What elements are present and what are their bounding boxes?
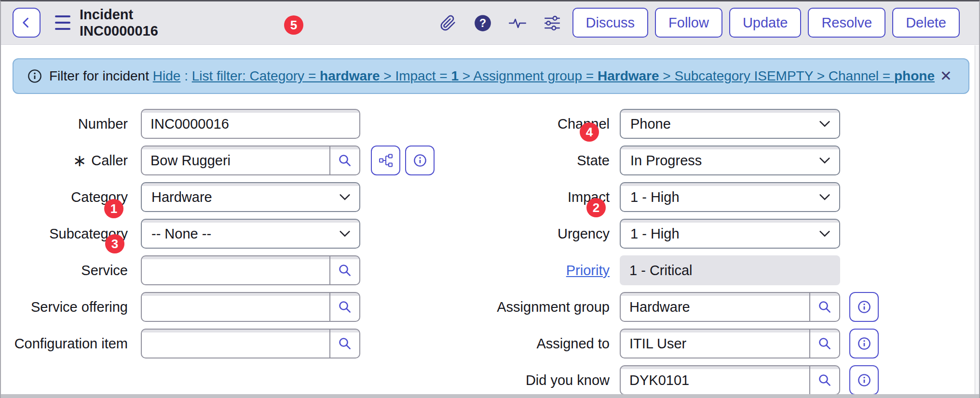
caller-search-button[interactable] xyxy=(329,146,359,174)
settings-sliders-icon[interactable] xyxy=(542,13,563,34)
info-icon xyxy=(857,336,871,351)
assignment-group-search-button[interactable] xyxy=(809,293,839,321)
caller-refbox xyxy=(141,146,360,175)
field-row-configuration-item: Configuration item xyxy=(1,329,464,358)
number-label: Number xyxy=(1,109,128,139)
help-icon[interactable]: ? xyxy=(472,13,493,34)
callout-badge-5: 5 xyxy=(284,15,303,35)
list-filter-link[interactable]: List filter: Category = hardware > Impac… xyxy=(192,68,935,83)
subcategory-select[interactable]: -- None -- xyxy=(141,219,360,249)
assignment-group-label: Assignment group xyxy=(483,292,610,322)
urgency-label: Urgency xyxy=(483,219,610,249)
service-input[interactable] xyxy=(142,256,329,284)
update-button[interactable]: Update xyxy=(729,8,802,38)
info-icon xyxy=(857,373,871,387)
field-row-category: Category Hardware xyxy=(1,182,464,212)
impact-select[interactable]: 1 - High xyxy=(620,182,840,212)
svg-text:?: ? xyxy=(479,17,486,29)
assigned-to-search-button[interactable] xyxy=(809,330,839,358)
delete-button[interactable]: Delete xyxy=(892,8,960,38)
caller-info-button[interactable] xyxy=(405,146,435,175)
field-row-assigned-to: Assigned to xyxy=(483,329,980,358)
caller-input[interactable] xyxy=(142,146,329,174)
field-row-priority: Priority 1 - Critical xyxy=(483,255,980,285)
info-icon xyxy=(27,68,42,84)
service-offering-refbox xyxy=(141,292,360,322)
follow-button[interactable]: Follow xyxy=(655,8,722,38)
menu-icon[interactable] xyxy=(55,15,70,30)
assigned-to-input[interactable] xyxy=(621,330,809,358)
did-you-know-input[interactable] xyxy=(621,366,809,394)
assigned-to-label: Assigned to xyxy=(483,329,610,358)
info-icon xyxy=(857,300,871,314)
info-icon xyxy=(413,153,427,168)
hide-link[interactable]: Hide xyxy=(153,68,181,83)
page-title-record: INC0000016 xyxy=(80,23,158,39)
discuss-button[interactable]: Discuss xyxy=(572,8,649,38)
assignment-group-info-button[interactable] xyxy=(849,292,879,322)
paperclip-icon[interactable] xyxy=(437,13,459,34)
assigned-to-refbox xyxy=(620,329,840,358)
configuration-item-label: Configuration item xyxy=(1,329,128,358)
field-row-service-offering: Service offering xyxy=(1,292,464,322)
activity-icon[interactable] xyxy=(507,13,528,34)
priority-value: 1 - Critical xyxy=(620,255,840,285)
filter-banner-prefix: Filter for incident xyxy=(49,68,153,83)
field-row-assignment-group: Assignment group xyxy=(483,292,980,322)
resolve-button[interactable]: Resolve xyxy=(808,8,885,38)
form-column-right: Channel Phone State In Progress Impact 1… xyxy=(483,109,980,398)
service-search-button[interactable] xyxy=(329,256,359,284)
page-title: Incident INC0000016 xyxy=(80,6,158,39)
service-offering-input[interactable] xyxy=(142,293,329,321)
caller-hierarchy-button[interactable] xyxy=(371,146,400,175)
urgency-select[interactable]: 1 - High xyxy=(620,219,840,249)
chevron-down-icon xyxy=(819,157,830,164)
callout-badge-2: 2 xyxy=(586,198,606,217)
back-button[interactable] xyxy=(13,8,41,38)
channel-select[interactable]: Phone xyxy=(620,109,840,139)
number-input[interactable] xyxy=(141,109,360,139)
chevron-down-icon xyxy=(819,120,830,127)
assigned-to-info-button[interactable] xyxy=(849,329,879,358)
header-bar: Incident INC0000016 5 ? xyxy=(1,1,979,45)
configuration-item-search-button[interactable] xyxy=(329,330,359,358)
service-offering-label: Service offering xyxy=(1,292,128,322)
category-select[interactable]: Hardware xyxy=(141,182,360,212)
assignment-group-input[interactable] xyxy=(621,293,809,321)
field-row-state: State In Progress xyxy=(483,146,980,175)
priority-link[interactable]: Priority xyxy=(566,263,610,279)
form-column-left: Number ∗ Caller xyxy=(1,109,464,365)
service-label: Service xyxy=(1,255,128,285)
caller-label: ∗ Caller xyxy=(1,146,128,175)
filter-banner: Filter for incident Hide : List filter: … xyxy=(13,58,969,94)
field-row-caller: ∗ Caller xyxy=(1,146,464,175)
field-row-channel: Channel Phone xyxy=(483,109,980,139)
configuration-item-input[interactable] xyxy=(142,330,329,358)
assignment-group-refbox xyxy=(620,292,840,322)
vertical-scrollbar[interactable] xyxy=(975,45,979,394)
callout-badge-1: 1 xyxy=(104,199,123,218)
did-you-know-search-button[interactable] xyxy=(809,366,839,394)
configuration-item-refbox xyxy=(141,329,360,358)
callout-badge-4: 4 xyxy=(580,122,599,142)
chevron-down-icon xyxy=(819,230,830,237)
field-row-subcategory: Subcategory -- None -- xyxy=(1,219,464,249)
callout-badge-3: 3 xyxy=(105,234,124,253)
close-icon[interactable]: ✕ xyxy=(940,69,952,83)
field-row-urgency: Urgency 1 - High xyxy=(483,219,980,249)
page-title-type: Incident xyxy=(80,6,158,23)
did-you-know-info-button[interactable] xyxy=(849,365,879,395)
chevron-left-icon xyxy=(19,15,34,30)
incident-form-page: Incident INC0000016 5 ? xyxy=(0,0,980,398)
did-you-know-refbox xyxy=(620,365,840,395)
filter-banner-colon: : xyxy=(184,68,188,83)
service-refbox xyxy=(141,255,360,285)
state-label: State xyxy=(483,146,610,175)
state-select[interactable]: In Progress xyxy=(620,146,840,175)
chevron-down-icon xyxy=(819,194,830,200)
priority-label: Priority xyxy=(483,255,610,285)
chevron-down-icon xyxy=(339,230,351,237)
did-you-know-label: Did you know xyxy=(483,365,610,395)
chevron-down-icon xyxy=(339,194,351,200)
service-offering-search-button[interactable] xyxy=(329,293,359,321)
